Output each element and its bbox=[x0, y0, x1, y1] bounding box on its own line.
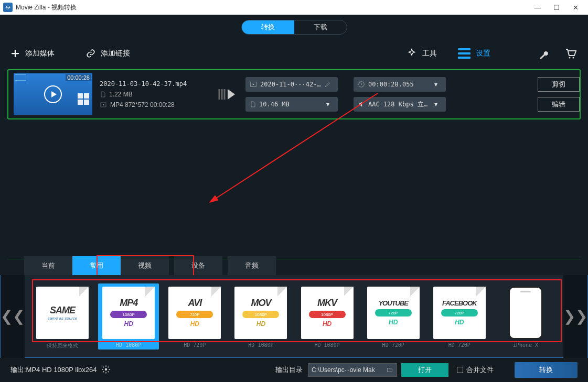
output-dir-label: 输出目录 bbox=[275, 365, 303, 375]
format-tab-audio[interactable]: 音频 bbox=[228, 256, 276, 275]
format-card-avi[interactable]: AVI720PHD HD 720P bbox=[164, 287, 225, 350]
media-meta: 2020-11-03-10-42-37.mp4 1.22 MB MP4 872*… bbox=[100, 80, 210, 108]
tools-label: 工具 bbox=[422, 49, 437, 58]
windows-tile-icon bbox=[78, 93, 89, 105]
format-card-youtube[interactable]: YOUTUBE720PHD HD 720P bbox=[363, 287, 424, 350]
cart-icon bbox=[564, 47, 576, 60]
video-icon bbox=[100, 102, 107, 108]
scroll-right-button[interactable]: ❯❯ bbox=[563, 275, 587, 358]
convert-button[interactable]: 转换 bbox=[515, 362, 578, 378]
merge-checkbox[interactable]: 合并文件 bbox=[457, 365, 494, 375]
format-info: MP4 872*572 00:00:28 bbox=[110, 101, 175, 108]
settings-label: 设置 bbox=[476, 49, 490, 58]
window-title: Movie Zilla - 视频转换 bbox=[16, 3, 528, 12]
file-name: 2020-11-03-10-42-37.mp4 bbox=[100, 80, 210, 88]
tab-download[interactable]: 下载 bbox=[294, 20, 347, 34]
media-item[interactable]: 00:00:28 2020-11-03-10-42-37.mp4 1.22 MB… bbox=[7, 69, 581, 119]
iphone-icon bbox=[509, 287, 542, 339]
svg-point-1 bbox=[573, 57, 574, 59]
output-size-field[interactable]: 10.46 MB ▾ bbox=[245, 97, 338, 112]
plus-icon bbox=[10, 49, 20, 58]
add-media-label: 添加媒体 bbox=[25, 49, 55, 58]
key-button[interactable] bbox=[538, 46, 552, 61]
bottom-bar: 输出:MP4 HD 1080P libx264 输出目录 C:\Users\pc… bbox=[0, 358, 588, 382]
format-tab-popular[interactable]: 常用 bbox=[72, 256, 121, 275]
output-name-field[interactable]: 2020-11-0···42-37.mp4 bbox=[245, 77, 338, 92]
key-icon bbox=[539, 47, 551, 60]
output-duration-field[interactable]: 00:00:28.055 ▾ bbox=[354, 77, 446, 92]
app-logo bbox=[3, 3, 13, 12]
output-av-col: 00:00:28.055 ▾ AAC 128 Kbps 立体声 ▾ bbox=[354, 77, 446, 112]
file-size: 1.22 MB bbox=[109, 91, 133, 98]
play-icon[interactable] bbox=[44, 85, 62, 103]
toolbar: 添加媒体 添加链接 工具 设置 bbox=[0, 41, 588, 66]
format-card-mov[interactable]: MOV1080PHD HD 1080P bbox=[230, 287, 291, 350]
output-format-label: 输出:MP4 HD 1080P libx264 bbox=[10, 365, 97, 375]
file-icon bbox=[250, 101, 256, 108]
merge-label: 合并文件 bbox=[466, 365, 494, 375]
output-audio-field[interactable]: AAC 128 Kbps 立体声 ▾ bbox=[354, 97, 446, 112]
tab-convert[interactable]: 转换 bbox=[242, 20, 294, 34]
format-list: ❮❮ SAMEsame as source 保持原来格式 MP41080PHD … bbox=[0, 275, 588, 358]
video-file-icon bbox=[250, 81, 257, 88]
mode-tabs: 转换 下载 bbox=[0, 15, 588, 35]
cut-button[interactable]: 剪切 bbox=[538, 77, 580, 92]
speaker-icon bbox=[358, 101, 365, 108]
duration-badge: 00:00:28 bbox=[66, 74, 91, 81]
chevron-down-icon[interactable]: ▾ bbox=[322, 101, 334, 108]
chevron-down-icon[interactable]: ▾ bbox=[430, 101, 442, 108]
format-card-same[interactable]: SAMEsame as source 保持原来格式 bbox=[32, 287, 93, 350]
settings-button[interactable]: 设置 bbox=[458, 48, 511, 59]
format-panel: 当前 常用 视频 设备 音频 ❮❮ SAMEsame as source 保持原… bbox=[0, 256, 588, 358]
output-path-text: C:\Users\pc···ovie Mak bbox=[312, 366, 386, 374]
minimize-button[interactable]: — bbox=[528, 0, 547, 15]
open-folder-button[interactable]: 打开 bbox=[401, 363, 448, 377]
tools-button[interactable]: 工具 bbox=[407, 48, 437, 59]
add-media-button[interactable]: 添加媒体 bbox=[10, 49, 55, 58]
titlebar: Movie Zilla - 视频转换 — ☐ ✕ bbox=[0, 0, 588, 15]
folder-icon[interactable] bbox=[386, 367, 393, 373]
thumbnail[interactable]: 00:00:28 bbox=[14, 73, 92, 115]
format-tab-video[interactable]: 视频 bbox=[121, 256, 169, 275]
output-name-col: 2020-11-0···42-37.mp4 10.46 MB ▾ bbox=[245, 77, 338, 112]
svg-point-6 bbox=[104, 368, 107, 370]
svg-point-0 bbox=[569, 57, 571, 59]
wand-icon bbox=[407, 48, 417, 59]
format-card-mp4[interactable]: MP41080PHD HD 1080P bbox=[98, 283, 159, 350]
format-card-facebook[interactable]: FACEBOOK720PHD HD 720P bbox=[429, 287, 490, 350]
item-actions: 剪切 编辑 bbox=[538, 77, 574, 112]
output-audio-text: AAC 128 Kbps 立体声 bbox=[368, 100, 430, 109]
menu-icon bbox=[458, 48, 471, 59]
output-settings-button[interactable] bbox=[101, 365, 111, 376]
maximize-button[interactable]: ☐ bbox=[547, 0, 566, 15]
output-name-text: 2020-11-0···42-37.mp4 bbox=[260, 81, 322, 88]
close-button[interactable]: ✕ bbox=[566, 0, 585, 15]
checkbox-icon bbox=[457, 367, 463, 373]
app-body: 转换 下载 添加媒体 添加链接 工具 设置 bbox=[0, 15, 588, 382]
edit-button[interactable]: 编辑 bbox=[538, 97, 580, 112]
output-size-text: 10.46 MB bbox=[259, 101, 322, 108]
scroll-left-button[interactable]: ❮❮ bbox=[1, 275, 25, 358]
file-icon bbox=[100, 91, 106, 98]
link-icon bbox=[86, 49, 95, 58]
format-tabs: 当前 常用 视频 设备 音频 bbox=[24, 256, 588, 275]
gear-icon bbox=[101, 365, 111, 374]
add-link-button[interactable]: 添加链接 bbox=[86, 49, 130, 58]
convert-arrow-icon bbox=[217, 86, 238, 102]
format-tab-device[interactable]: 设备 bbox=[174, 256, 222, 275]
chevron-down-icon[interactable]: ▾ bbox=[430, 81, 442, 88]
edit-name-icon[interactable] bbox=[322, 81, 334, 88]
cart-button[interactable] bbox=[563, 46, 578, 61]
output-duration-text: 00:00:28.055 bbox=[368, 81, 430, 88]
format-tab-current[interactable]: 当前 bbox=[24, 256, 72, 275]
filmstrip-icon bbox=[15, 74, 26, 81]
format-card-mkv[interactable]: MKV1080PHD HD 1080P bbox=[297, 287, 358, 350]
clock-icon bbox=[358, 81, 365, 88]
add-link-label: 添加链接 bbox=[101, 49, 130, 58]
output-path-field[interactable]: C:\Users\pc···ovie Mak bbox=[308, 363, 397, 377]
format-card-iphone[interactable]: iPhone X bbox=[495, 287, 556, 350]
